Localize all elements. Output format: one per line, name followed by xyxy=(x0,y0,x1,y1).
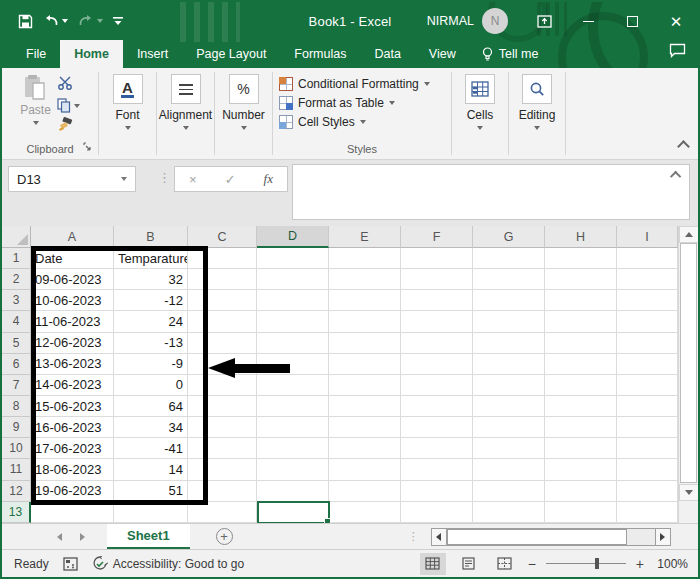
column-header-D[interactable]: D xyxy=(257,226,329,248)
cell-E11[interactable] xyxy=(329,459,401,480)
tab-splitter-handle[interactable]: ⋮ xyxy=(408,530,419,543)
selected-cell-outline[interactable] xyxy=(257,501,330,524)
collapse-formula-bar-icon[interactable] xyxy=(670,171,681,182)
cell-H9[interactable] xyxy=(545,417,617,438)
cell-C4[interactable] xyxy=(188,311,257,332)
scroll-down-icon[interactable] xyxy=(679,484,699,501)
cell-C5[interactable] xyxy=(188,333,257,354)
cell-I12[interactable] xyxy=(617,481,678,502)
cell-A11[interactable]: 18-06-2023 xyxy=(31,459,114,480)
cell-H2[interactable] xyxy=(545,269,617,290)
cell-F1[interactable] xyxy=(401,248,473,269)
format-as-table-dropdown-icon[interactable] xyxy=(389,101,395,105)
tab-insert[interactable]: Insert xyxy=(123,40,182,68)
cell-C8[interactable] xyxy=(188,396,257,417)
copy-dropdown-icon[interactable] xyxy=(74,104,80,108)
cell-I1[interactable] xyxy=(617,248,678,269)
cell-F12[interactable] xyxy=(401,481,473,502)
cell-E3[interactable] xyxy=(329,290,401,311)
cell-D5[interactable] xyxy=(257,333,329,354)
maximize-button[interactable] xyxy=(610,2,654,40)
cell-G5[interactable] xyxy=(473,333,545,354)
cell-B1[interactable]: Temparature xyxy=(114,248,188,269)
cell-G12[interactable] xyxy=(473,481,545,502)
format-painter-button[interactable] xyxy=(57,117,80,136)
cell-D11[interactable] xyxy=(257,459,329,480)
cut-button[interactable] xyxy=(57,76,80,94)
editing-group[interactable]: Editing xyxy=(509,68,565,159)
tab-home[interactable]: Home xyxy=(60,40,123,68)
cell-B6[interactable]: -9 xyxy=(114,354,188,375)
cell-D4[interactable] xyxy=(257,311,329,332)
column-header-I[interactable]: I xyxy=(617,226,678,248)
cell-F8[interactable] xyxy=(401,396,473,417)
cell-styles-button[interactable]: Cell Styles xyxy=(279,112,366,131)
cell-D2[interactable] xyxy=(257,269,329,290)
cell-C10[interactable] xyxy=(188,438,257,459)
cell-G9[interactable] xyxy=(473,417,545,438)
cell-G13[interactable] xyxy=(473,502,545,523)
collapse-ribbon-icon[interactable] xyxy=(677,140,690,153)
scroll-up-icon[interactable] xyxy=(679,226,699,243)
row-header-13[interactable]: 13 xyxy=(2,502,31,523)
number-dropdown-icon[interactable] xyxy=(241,126,247,130)
cell-H11[interactable] xyxy=(545,459,617,480)
next-sheet-icon[interactable] xyxy=(80,533,85,541)
number-group[interactable]: % Number xyxy=(215,68,272,159)
cell-C6[interactable] xyxy=(188,354,257,375)
cell-H12[interactable] xyxy=(545,481,617,502)
paste-button[interactable]: Paste xyxy=(20,74,51,136)
font-group[interactable]: A Font xyxy=(99,68,156,159)
accessibility-status[interactable]: Accessibility: Good to go xyxy=(92,556,244,571)
column-header-H[interactable]: H xyxy=(545,226,617,248)
cell-C2[interactable] xyxy=(188,269,257,290)
tab-view[interactable]: View xyxy=(415,40,470,68)
cell-D3[interactable] xyxy=(257,290,329,311)
cell-B4[interactable]: 24 xyxy=(114,311,188,332)
tab-page-layout[interactable]: Page Layout xyxy=(182,40,280,68)
formula-input[interactable] xyxy=(292,164,690,220)
cell-E13[interactable] xyxy=(329,502,401,523)
row-header-12[interactable]: 12 xyxy=(2,481,31,502)
cell-I9[interactable] xyxy=(617,417,678,438)
scroll-right-icon[interactable] xyxy=(655,528,671,546)
cell-C11[interactable] xyxy=(188,459,257,480)
row-header-3[interactable]: 3 xyxy=(2,290,31,311)
alignment-group[interactable]: Alignment xyxy=(157,68,214,159)
cells-group[interactable]: Cells xyxy=(452,68,508,159)
zoom-out-icon[interactable]: − xyxy=(528,556,536,572)
cell-F13[interactable] xyxy=(401,502,473,523)
copy-button[interactable] xyxy=(57,98,80,113)
row-header-2[interactable]: 2 xyxy=(2,269,31,290)
row-header-4[interactable]: 4 xyxy=(2,311,31,332)
cell-H4[interactable] xyxy=(545,311,617,332)
cells-dropdown-icon[interactable] xyxy=(477,126,483,130)
cell-B13[interactable] xyxy=(114,502,188,523)
cell-A7[interactable]: 14-06-2023 xyxy=(31,375,114,396)
cell-A2[interactable]: 09-06-2023 xyxy=(31,269,114,290)
cell-F2[interactable] xyxy=(401,269,473,290)
cell-I2[interactable] xyxy=(617,269,678,290)
page-layout-view-icon[interactable] xyxy=(456,553,482,575)
alignment-dropdown-icon[interactable] xyxy=(183,126,189,130)
cell-D10[interactable] xyxy=(257,438,329,459)
ribbon-display-icon[interactable] xyxy=(522,2,566,40)
tab-formulas[interactable]: Formulas xyxy=(280,40,360,68)
cell-D6[interactable] xyxy=(257,354,329,375)
cell-B7[interactable]: 0 xyxy=(114,375,188,396)
cell-E2[interactable] xyxy=(329,269,401,290)
cell-styles-dropdown-icon[interactable] xyxy=(360,120,366,124)
column-header-F[interactable]: F xyxy=(401,226,473,248)
cell-E8[interactable] xyxy=(329,396,401,417)
cell-G8[interactable] xyxy=(473,396,545,417)
cell-B10[interactable]: -41 xyxy=(114,438,188,459)
comment-icon[interactable] xyxy=(669,43,686,62)
cell-A4[interactable]: 11-06-2023 xyxy=(31,311,114,332)
cell-C12[interactable] xyxy=(188,481,257,502)
zoom-in-icon[interactable]: + xyxy=(636,556,644,572)
conditional-formatting-dropdown-icon[interactable] xyxy=(424,82,430,86)
zoom-slider-thumb[interactable] xyxy=(595,558,599,569)
format-as-table-button[interactable]: Format as Table xyxy=(279,93,395,112)
enter-icon[interactable]: ✓ xyxy=(225,172,236,187)
cell-F4[interactable] xyxy=(401,311,473,332)
